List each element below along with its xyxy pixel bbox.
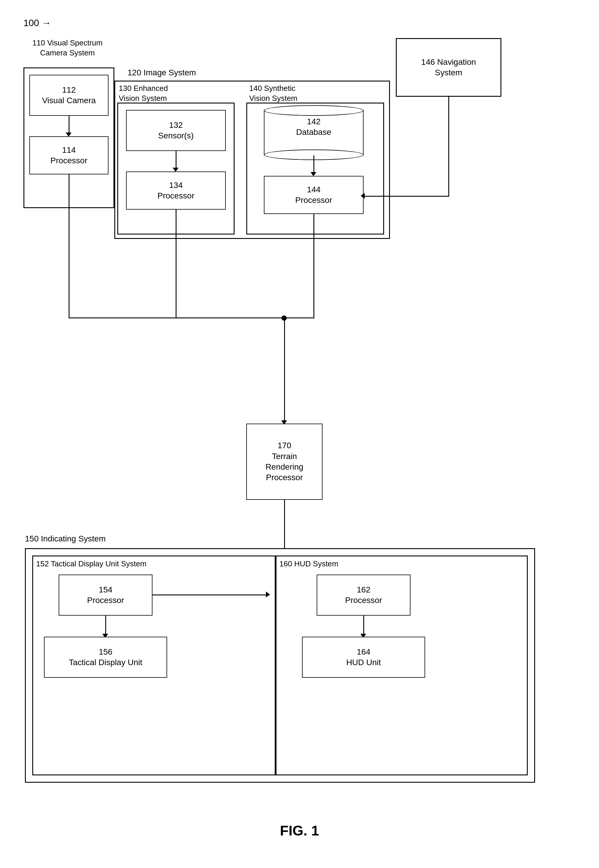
line-center-terrain [284, 317, 285, 421]
label-160: 160 HUD System [279, 559, 339, 569]
label-132: 132Sensor(s) [158, 120, 194, 141]
line-146-144 [448, 97, 449, 196]
box-162: 162Processor [317, 575, 411, 615]
box-112: 112Visual Camera [29, 75, 108, 116]
label-130: 130 EnhancedVision System [119, 84, 168, 104]
line-144-to-center [284, 317, 314, 318]
box-164: 164HUD Unit [302, 637, 425, 678]
line-170-down [284, 500, 285, 552]
line-112-114 [69, 116, 69, 133]
line-142-144 [313, 155, 314, 173]
box-170: 170TerrainRenderingProcessor [246, 424, 322, 500]
label-156: 156Tactical Display Unit [69, 647, 143, 668]
label-114: 114Processor [50, 145, 87, 166]
box-154: 154Processor [59, 575, 152, 615]
line-134-down [176, 210, 176, 318]
label-164: 164HUD Unit [346, 647, 381, 668]
line-154-162-h [152, 594, 267, 596]
box-132: 132Sensor(s) [126, 110, 226, 151]
box-146: 146 NavigationSystem [396, 38, 501, 97]
box-156: 156Tactical Display Unit [44, 637, 167, 678]
label-154: 154Processor [87, 585, 124, 606]
box-114: 114Processor [29, 136, 108, 175]
label-120: 120 Image System [128, 68, 196, 78]
label-144: 144Processor [295, 184, 332, 206]
label-150: 150 Indicating System [25, 534, 106, 544]
label-146: 146 NavigationSystem [421, 57, 476, 78]
label-170: 170TerrainRenderingProcessor [265, 440, 303, 483]
arrowhead-154-162 [266, 591, 270, 597]
line-154-156 [105, 615, 106, 635]
label-110: 110 Visual SpectrumCamera System [23, 38, 111, 58]
label-134: 134Processor [158, 180, 194, 202]
line-144-down [313, 214, 314, 318]
box-142-outer: 142Database [264, 110, 364, 155]
label-152: 152 Tactical Display Unit System [36, 559, 147, 569]
label-162: 162Processor [345, 585, 382, 606]
line-146-144-h [364, 196, 449, 197]
label-142: 142Database [265, 116, 363, 138]
arrowhead-132-134 [173, 168, 179, 172]
arrowhead-146-144 [361, 193, 365, 199]
ref-label-100: 100 → [23, 18, 51, 29]
diagram-container: 100 → 110 Visual SpectrumCamera System 1… [0, 0, 599, 868]
arrowhead-142-144 [310, 172, 316, 176]
box-134: 134Processor [126, 171, 226, 210]
line-132-134 [176, 151, 176, 168]
junction-dot-1 [281, 316, 287, 321]
arrowhead-112-114 [66, 132, 72, 137]
label-140: 140 SyntheticVision System [249, 84, 297, 104]
line-162-164 [363, 615, 364, 635]
label-112: 112Visual Camera [42, 85, 96, 106]
fig-caption: FIG. 1 [0, 823, 599, 839]
line-114-terrain [69, 175, 69, 318]
box-144: 144Processor [264, 176, 364, 214]
